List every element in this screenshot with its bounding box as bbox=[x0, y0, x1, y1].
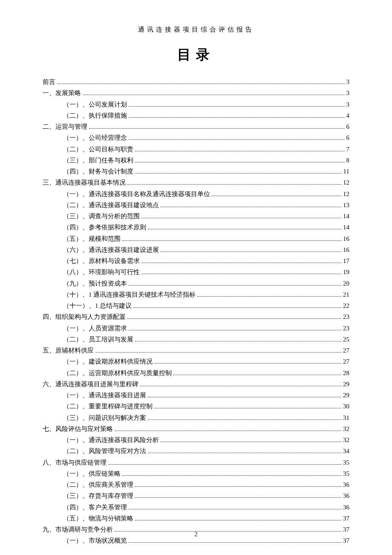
toc-entry[interactable]: （五）、物流与分销策略37 bbox=[43, 513, 349, 524]
toc-entry-label: （三）、存货与库存管理 bbox=[63, 490, 133, 501]
toc-entry[interactable]: 六、通讯连接器项目进展与里程碑29 bbox=[43, 379, 349, 390]
toc-entry[interactable]: （一）、通讯连接器项目风险分析32 bbox=[43, 434, 349, 445]
toc-entry[interactable]: （二）、重要里程碑与进度控制30 bbox=[43, 401, 349, 412]
toc-entry-label: （二）、员工培训与发展 bbox=[63, 334, 133, 345]
toc-entry-label: （一）、人员资源需求 bbox=[63, 323, 127, 334]
toc-entry-page: 12 bbox=[343, 188, 349, 199]
toc-entry-page: 14 bbox=[343, 211, 349, 222]
toc-entry[interactable]: （二）、运营期原材料供应与质量控制28 bbox=[43, 367, 349, 379]
toc-entry[interactable]: （一）、通讯连接器项目名称及通讯连接器项目单位12 bbox=[43, 188, 349, 199]
toc-entry[interactable]: （二）、通讯连接器项目建设地点13 bbox=[43, 199, 349, 211]
toc-leader-dots bbox=[122, 471, 341, 476]
toc-entry[interactable]: （二）、执行保障措施4 bbox=[43, 110, 349, 121]
toc-entry[interactable]: （十一）、1 总结与建议22 bbox=[43, 300, 349, 311]
toc-entry-page: 21 bbox=[343, 289, 349, 300]
toc-entry-page: 37 bbox=[343, 513, 349, 524]
toc-entry[interactable]: （五）、规模和范围16 bbox=[43, 233, 349, 244]
toc-entry-label: （六）、通讯连接器项目建设进展 bbox=[63, 244, 159, 255]
toc-entry[interactable]: （一）、通讯连接器项目进展29 bbox=[43, 390, 349, 401]
toc-leader-dots bbox=[148, 416, 341, 420]
toc-entry[interactable]: 前言3 bbox=[43, 76, 349, 87]
toc-entry[interactable]: （三）、部门任务与权利8 bbox=[43, 155, 349, 166]
toc-entry-label: （八）、环境影响与可行性 bbox=[63, 266, 140, 278]
toc-leader-dots bbox=[129, 505, 341, 509]
toc-entry[interactable]: （十）、1 通讯连接器项目关键技术与经济指标21 bbox=[43, 289, 349, 300]
toc-entry-page: 32 bbox=[343, 423, 349, 434]
toc-entry[interactable]: （二）、供应商关系管理36 bbox=[43, 479, 349, 490]
toc-entry[interactable]: （九）、预计投资成本20 bbox=[43, 278, 349, 289]
toc-entry-page: 22 bbox=[343, 300, 349, 311]
toc-entry[interactable]: （一）、人员资源需求23 bbox=[43, 323, 349, 334]
toc-entry-page: 13 bbox=[343, 199, 349, 211]
toc-leader-dots bbox=[129, 326, 341, 330]
toc-entry-label: （四）、财务与会计制度 bbox=[63, 166, 133, 177]
toc-leader-dots bbox=[148, 225, 341, 229]
toc-entry[interactable]: 五、原辅材料供应27 bbox=[43, 345, 349, 356]
toc-leader-dots bbox=[129, 281, 341, 286]
toc-entry[interactable]: （二）、公司目标与职责7 bbox=[43, 144, 349, 155]
toc-entry[interactable]: （四）、财务与会计制度11 bbox=[43, 166, 349, 177]
toc-entry-page: 28 bbox=[343, 367, 349, 379]
toc-entry-page: 25 bbox=[343, 334, 349, 345]
toc-entry-page: 16 bbox=[343, 244, 349, 255]
toc-entry-label: （二）、公司目标与职责 bbox=[63, 144, 133, 155]
page-container: 通讯连接器项目综合评估报告 目录 前言3一、发展策略3（一）、公司发展计划3（二… bbox=[0, 0, 392, 555]
toc-entry[interactable]: （四）、参考依据和技术原则14 bbox=[43, 222, 349, 233]
page-number: 2 bbox=[0, 531, 392, 538]
toc-leader-dots bbox=[108, 460, 341, 465]
toc-entry-label: （四）、参考依据和技术原则 bbox=[63, 222, 146, 233]
toc-title: 目录 bbox=[43, 46, 349, 64]
toc-entry[interactable]: （六）、通讯连接器项目建设进展16 bbox=[43, 244, 349, 255]
toc-entry-label: （七）、原材料与设备需求 bbox=[63, 255, 140, 266]
toc-entry[interactable]: （三）、问题识别与解决方案31 bbox=[43, 412, 349, 423]
toc-leader-dots bbox=[135, 337, 341, 341]
toc-entry-label: 二、运营与管理 bbox=[43, 121, 87, 132]
document-header: 通讯连接器项目综合评估报告 bbox=[43, 26, 349, 34]
toc-entry[interactable]: （一）、公司经营理念6 bbox=[43, 132, 349, 143]
toc-entry-label: （二）、风险管理与应对方法 bbox=[63, 445, 146, 457]
toc-leader-dots bbox=[197, 292, 341, 297]
toc-entry-page: 36 bbox=[343, 502, 349, 513]
toc-entry-label: （二）、通讯连接器项目建设地点 bbox=[63, 199, 159, 211]
toc-entry-page: 35 bbox=[343, 457, 349, 468]
toc-entry[interactable]: （一）、建设期原材料供应情况27 bbox=[43, 356, 349, 367]
toc-entry[interactable]: （七）、原材料与设备需求17 bbox=[43, 255, 349, 266]
toc-entry[interactable]: 四、组织架构与人力资源配置23 bbox=[43, 311, 349, 322]
toc-entry-label: （三）、调查与分析的范围 bbox=[63, 211, 140, 222]
toc-entry-page: 27 bbox=[343, 345, 349, 356]
toc-entry[interactable]: 二、运营与管理6 bbox=[43, 121, 349, 132]
toc-entry-page: 31 bbox=[343, 412, 349, 423]
toc-entry-label: （一）、供应链策略 bbox=[63, 468, 121, 479]
toc-entry-page: 34 bbox=[343, 445, 349, 457]
toc-entry[interactable]: （一）、公司发展计划3 bbox=[43, 99, 349, 110]
toc-leader-dots bbox=[135, 516, 341, 520]
table-of-contents: 前言3一、发展策略3（一）、公司发展计划3（二）、执行保障措施4二、运营与管理6… bbox=[43, 76, 349, 546]
toc-entry[interactable]: （一）、供应链策略35 bbox=[43, 468, 349, 479]
toc-entry-page: 32 bbox=[343, 434, 349, 445]
toc-entry-label: （一）、公司发展计划 bbox=[63, 99, 127, 110]
toc-entry[interactable]: 一、发展策略3 bbox=[43, 87, 349, 98]
toc-leader-dots bbox=[135, 494, 341, 498]
toc-leader-dots bbox=[173, 371, 341, 375]
toc-entry-label: （五）、物流与分销策略 bbox=[63, 513, 133, 524]
toc-entry[interactable]: （二）、员工培训与发展25 bbox=[43, 334, 349, 345]
toc-entry-page: 20 bbox=[343, 278, 349, 289]
toc-entry[interactable]: （四）、客户关系管理36 bbox=[43, 502, 349, 513]
toc-entry-page: 6 bbox=[346, 132, 350, 143]
toc-entry-label: （一）、公司经营理念 bbox=[63, 132, 127, 143]
toc-entry-label: （二）、运营期原材料供应与质量控制 bbox=[63, 367, 172, 379]
toc-entry[interactable]: （三）、调查与分析的范围14 bbox=[43, 211, 349, 222]
toc-entry[interactable]: （八）、环境影响与可行性19 bbox=[43, 266, 349, 278]
toc-entry-page: 12 bbox=[343, 177, 349, 188]
toc-entry-label: （十一）、1 总结与建议 bbox=[63, 300, 132, 311]
toc-leader-dots bbox=[148, 449, 341, 453]
toc-entry[interactable]: （三）、存货与库存管理36 bbox=[43, 490, 349, 501]
toc-leader-dots bbox=[141, 259, 341, 263]
toc-entry-page: 29 bbox=[343, 379, 349, 390]
toc-leader-dots bbox=[161, 438, 341, 442]
toc-entry[interactable]: 三、通讯连接器项目基本情况12 bbox=[43, 177, 349, 188]
toc-entry[interactable]: 八、市场与供应链管理35 bbox=[43, 457, 349, 468]
toc-entry-page: 36 bbox=[343, 490, 349, 501]
toc-entry[interactable]: （二）、风险管理与应对方法34 bbox=[43, 445, 349, 457]
toc-entry[interactable]: 七、风险评估与应对策略32 bbox=[43, 423, 349, 434]
